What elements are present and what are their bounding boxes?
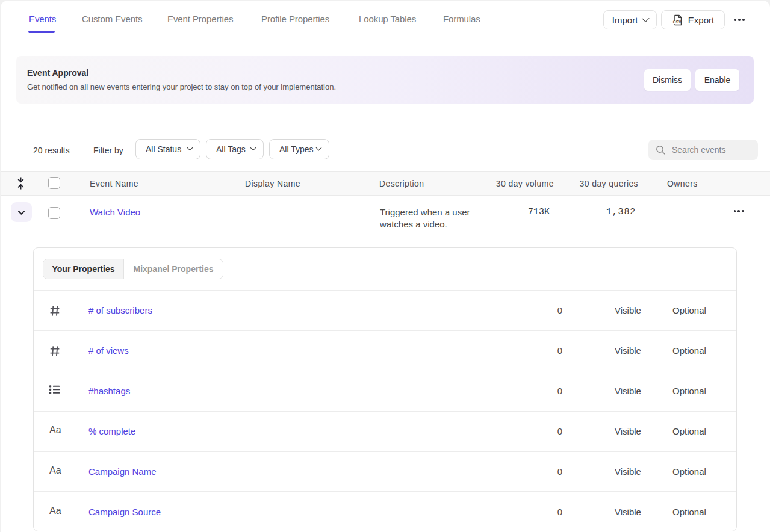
svg-text:CSV: CSV: [673, 20, 682, 24]
